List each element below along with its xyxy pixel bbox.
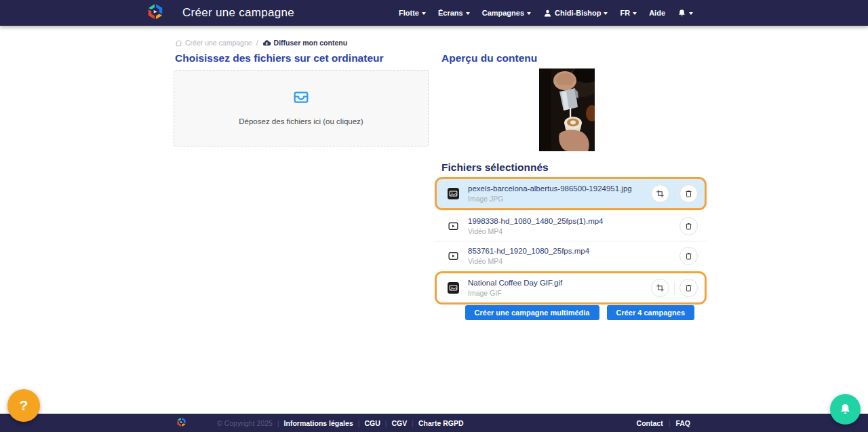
nav-item-language[interactable]: FR <box>620 9 637 17</box>
delete-button[interactable] <box>679 217 698 235</box>
selected-files-heading: Fichiers sélectionnés <box>441 161 549 174</box>
breadcrumb-current: Diffuser mon contenu <box>262 39 348 47</box>
nav-item-label: Campagnes <box>482 9 524 17</box>
chevron-down-icon <box>633 12 637 15</box>
video-file-icon <box>448 250 459 262</box>
preview-heading: Aperçu du contenu <box>441 52 537 64</box>
footer-contact-links: Contact | FAQ <box>637 414 690 432</box>
footer-link-cgu[interactable]: CGU <box>364 419 380 427</box>
home-icon <box>175 39 182 47</box>
file-row[interactable]: pexels-barcelona-albertus-986500-1924951… <box>435 177 707 210</box>
file-meta: pexels-barcelona-albertus-986500-1924951… <box>468 184 632 203</box>
nav-item-label: Écrans <box>438 9 463 17</box>
file-actions <box>651 184 698 203</box>
nav-item-flotte[interactable]: Flotte <box>399 9 426 17</box>
dropzone-label: Déposez des fichiers ici (ou cliquez) <box>174 117 428 125</box>
video-file-icon <box>448 220 459 232</box>
file-type: Image GIF <box>468 289 562 297</box>
help-fab-button[interactable]: ? <box>7 389 40 422</box>
footer-separator: | <box>669 419 671 427</box>
image-file-icon <box>448 188 459 199</box>
chevron-down-icon <box>422 12 426 15</box>
file-dropzone[interactable]: Déposez des fichiers ici (ou cliquez) <box>174 70 429 146</box>
file-name: National Coffee Day GIF.gif <box>468 279 562 287</box>
nav-item-label: Chidi-Bishop <box>555 9 601 17</box>
content-preview-image <box>539 68 595 151</box>
footer-link-cgv[interactable]: CGV <box>392 419 408 427</box>
breadcrumb-current-label: Diffuser mon contenu <box>274 39 348 47</box>
file-actions <box>651 279 698 297</box>
action-buttons: Créer une campagne multimédia Créer 4 ca… <box>435 305 694 320</box>
page-title: Créer une campagne <box>182 0 294 26</box>
delete-button[interactable] <box>679 247 698 265</box>
top-navbar: Créer une campagne Flotte Écrans Campagn… <box>0 0 868 26</box>
trash-icon <box>684 252 693 260</box>
crop-button[interactable] <box>651 184 669 203</box>
chevron-down-icon <box>466 12 470 15</box>
actions-divider <box>674 188 675 200</box>
file-type: Image JPG <box>468 195 632 203</box>
nav-item-user-account[interactable]: Chidi-Bishop <box>543 9 608 18</box>
question-mark-icon: ? <box>20 397 28 414</box>
actions-divider <box>674 282 675 294</box>
trash-icon <box>684 222 693 231</box>
breadcrumb: Créer une campagne / Diffuser mon conten… <box>175 38 347 47</box>
copyright-text: © Copyright 2025 <box>217 419 273 427</box>
crop-button[interactable] <box>651 279 669 297</box>
trash-icon <box>684 189 693 198</box>
nav-item-campagnes[interactable]: Campagnes <box>482 9 531 17</box>
notifications-fab-button[interactable] <box>830 394 861 425</box>
file-meta: 1998338-hd_1080_1480_25fps(1).mp4 Vidéo … <box>468 217 604 235</box>
file-name: 853761-hd_1920_1080_25fps.mp4 <box>468 247 589 255</box>
file-name: pexels-barcelona-albertus-986500-1924951… <box>468 184 632 193</box>
create-multimedia-campaign-button[interactable]: Créer une campagne multimédia <box>465 305 599 320</box>
footer-link-informations-legales[interactable]: Informations légales <box>284 419 353 427</box>
breadcrumb-separator: / <box>256 39 258 47</box>
breadcrumb-home-label: Créer une campagne <box>185 39 252 47</box>
file-actions <box>679 247 698 265</box>
file-name: 1998338-hd_1080_1480_25fps(1).mp4 <box>468 217 604 225</box>
nav-menu: Flotte Écrans Campagnes Chidi-Bishop FR … <box>399 0 693 26</box>
file-meta: 853761-hd_1920_1080_25fps.mp4 Vidéo MP4 <box>468 247 589 265</box>
nav-item-label: Flotte <box>399 9 419 17</box>
file-actions <box>679 217 698 235</box>
selected-files-list: pexels-barcelona-albertus-986500-1924951… <box>435 177 707 306</box>
delete-button[interactable] <box>679 279 698 297</box>
file-row[interactable]: 853761-hd_1920_1080_25fps.mp4 Vidéo MP4 <box>435 241 707 270</box>
user-icon <box>543 9 552 18</box>
delete-button[interactable] <box>679 184 698 203</box>
file-type: Vidéo MP4 <box>468 227 604 235</box>
footer-separator: | <box>358 419 360 427</box>
nav-item-ecrans[interactable]: Écrans <box>438 9 470 17</box>
footer: © Copyright 2025 | Informations légales … <box>0 414 868 432</box>
nav-item-label: Aide <box>649 9 665 17</box>
nav-item-notifications[interactable] <box>677 9 693 18</box>
crop-icon <box>656 283 665 292</box>
file-type: Vidéo MP4 <box>468 257 589 265</box>
bell-icon <box>677 9 686 18</box>
breadcrumb-home-link[interactable]: Créer une campagne <box>175 39 252 47</box>
trash-icon <box>684 283 693 292</box>
nav-item-aide[interactable]: Aide <box>649 9 665 17</box>
file-row[interactable]: National Coffee Day GIF.gif Image GIF <box>435 271 707 305</box>
footer-link-charte-rgpd[interactable]: Charte RGPD <box>418 419 464 427</box>
chevron-down-icon <box>689 12 693 15</box>
cloud-upload-icon <box>262 39 271 47</box>
file-row[interactable]: 1998338-hd_1080_1480_25fps(1).mp4 Vidéo … <box>435 212 707 241</box>
chevron-down-icon <box>527 12 531 15</box>
choose-files-heading: Choisissez des fichiers sur cet ordinate… <box>175 52 384 64</box>
nav-item-label: FR <box>620 9 630 17</box>
crop-icon <box>656 189 665 198</box>
file-meta: National Coffee Day GIF.gif Image GIF <box>468 279 562 297</box>
brand-logo-icon[interactable] <box>144 2 166 24</box>
footer-link-faq[interactable]: FAQ <box>675 419 690 427</box>
footer-link-contact[interactable]: Contact <box>637 419 663 427</box>
footer-logo-icon <box>175 416 188 429</box>
footer-separator: | <box>412 419 414 427</box>
image-file-icon <box>448 282 459 294</box>
footer-separator: | <box>277 419 279 427</box>
create-campaigns-button[interactable]: Créer 4 campagnes <box>607 305 695 320</box>
footer-legal-links: © Copyright 2025 | Informations légales … <box>217 414 464 432</box>
bell-icon <box>839 403 852 416</box>
footer-separator: | <box>385 419 387 427</box>
